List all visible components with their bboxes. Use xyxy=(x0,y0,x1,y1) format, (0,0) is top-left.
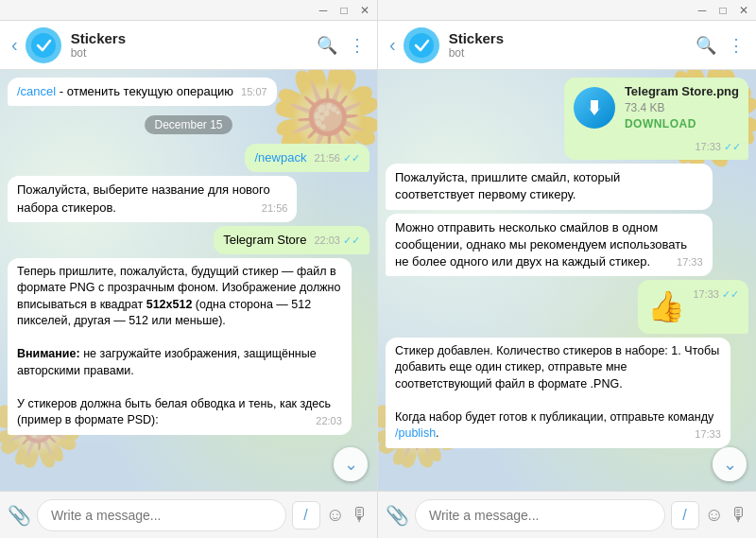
avatar-right xyxy=(404,27,439,63)
msg-choose-name-time: 21:56 xyxy=(262,201,288,216)
msg-tgstore-bubble: Telegram Store 22:03 ✓✓ xyxy=(214,226,369,254)
menu-icon-left[interactable]: ⋮ xyxy=(349,35,366,56)
msg-thumbsup: 👍 17:33 ✓✓ xyxy=(638,280,748,334)
msg-file: Telegram Store.png 73.4 KB DOWNLOAD 17:3… xyxy=(564,78,748,160)
msg-thumbsup-bubble: 👍 17:33 ✓✓ xyxy=(638,280,748,334)
msg-sticker-added-time: 17:33 xyxy=(695,427,721,442)
chat-name-right: Stickers xyxy=(449,30,696,46)
message-input-left[interactable] xyxy=(37,499,286,531)
input-bar-right: 📎 / ☺ 🎙 xyxy=(378,491,756,538)
message-input-right[interactable] xyxy=(415,499,665,531)
msg-choose-name-text: Пожалуйста, выберите название для нового… xyxy=(17,182,270,214)
scroll-down-right[interactable]: ⌄ xyxy=(713,447,747,481)
cmd-btn-right[interactable]: / xyxy=(671,501,699,529)
msg-sticker-added-bubble: Стикер добавлен. Количество стикеров в н… xyxy=(386,338,730,448)
msg-multi-emoji-bubble: Можно отправить несколько смайлов в одно… xyxy=(386,214,713,277)
mic-icon-right[interactable]: 🎙 xyxy=(730,504,748,526)
chat-header-right: ‹ Stickers bot 🔍 ⋮ xyxy=(378,21,756,70)
scroll-down-left[interactable]: ⌄ xyxy=(334,447,368,481)
close-btn-right[interactable]: ✕ xyxy=(737,4,750,17)
title-bar-left: ─ □ ✕ xyxy=(0,0,377,21)
svg-point-0 xyxy=(31,33,56,58)
close-btn-left[interactable]: ✕ xyxy=(358,4,371,17)
search-icon-right[interactable]: 🔍 xyxy=(696,35,716,56)
file-name: Telegram Store.png xyxy=(625,83,739,100)
file-size: 73.4 KB xyxy=(625,100,739,116)
file-download-icon[interactable] xyxy=(574,87,615,129)
msg-tgstore-time: 22:03 ✓✓ xyxy=(314,234,360,248)
msg-file-bubble: Telegram Store.png 73.4 KB DOWNLOAD 17:3… xyxy=(564,78,748,160)
input-bar-left: 📎 / ☺ 🎙 xyxy=(0,491,377,538)
msg-newpack: /newpack 21:56 ✓✓ xyxy=(245,144,369,172)
file-msg-content: Telegram Store.png 73.4 KB DOWNLOAD xyxy=(564,78,748,138)
msg-tgstore: Telegram Store 22:03 ✓✓ xyxy=(214,226,369,254)
msg-choose-name: Пожалуйста, выберите название для нового… xyxy=(8,176,297,221)
chat-info-left: Stickers bot xyxy=(71,30,317,60)
messages-left[interactable]: /cancel - отменить текущую операцию 15:0… xyxy=(0,70,377,491)
attach-icon-left[interactable]: 📎 xyxy=(8,504,31,527)
msg-cancel: /cancel - отменить текущую операцию 15:0… xyxy=(8,78,277,106)
date-divider-dec15: December 15 xyxy=(145,115,232,134)
messages-right[interactable]: Telegram Store.png 73.4 KB DOWNLOAD 17:3… xyxy=(378,70,756,491)
chat-info-right: Stickers bot xyxy=(449,30,696,60)
chat-header-left: ‹ Stickers bot 🔍 ⋮ xyxy=(0,21,377,70)
msg-cancel-bubble: /cancel - отменить текущую операцию 15:0… xyxy=(8,78,277,106)
sticker-icon-right[interactable]: ☺ xyxy=(705,504,724,526)
chat-body-left: /cancel - отменить текущую операцию 15:0… xyxy=(0,70,377,491)
msg-instructions-bubble: Теперь пришлите, пожалуйста, будущий сти… xyxy=(8,258,352,435)
msg-choose-name-bubble: Пожалуйста, выберите название для нового… xyxy=(8,176,297,221)
mic-icon-left[interactable]: 🎙 xyxy=(351,504,369,526)
msg-instructions-time: 22:03 xyxy=(316,414,342,428)
msg-file-time: 17:33 ✓✓ xyxy=(695,141,741,152)
minimize-btn-left[interactable]: ─ xyxy=(317,4,330,17)
msg-cancel-text: /cancel - отменить текущую операцию xyxy=(17,84,233,98)
svg-point-1 xyxy=(409,33,434,58)
msg-sticker-added-text: Стикер добавлен. Количество стикеров в н… xyxy=(395,344,719,441)
file-info: Telegram Store.png 73.4 KB DOWNLOAD xyxy=(625,83,739,132)
chat-status-right: bot xyxy=(449,46,696,60)
msg-multi-emoji-text: Можно отправить несколько смайлов в одно… xyxy=(395,220,687,269)
menu-icon-right[interactable]: ⋮ xyxy=(728,35,745,56)
msg-multi-emoji: Можно отправить несколько смайлов в одно… xyxy=(386,214,713,277)
msg-multi-emoji-time: 17:33 xyxy=(677,255,703,269)
maximize-btn-right[interactable]: □ xyxy=(716,4,730,17)
msg-send-emoji-bubble: Пожалуйста, пришлите смайл, который соот… xyxy=(386,164,713,209)
attach-icon-right[interactable]: 📎 xyxy=(386,504,409,527)
msg-cancel-time: 15:07 xyxy=(241,85,267,99)
msg-sticker-added: Стикер добавлен. Количество стикеров в н… xyxy=(386,338,730,448)
chat-body-right: Telegram Store.png 73.4 KB DOWNLOAD 17:3… xyxy=(378,70,756,491)
left-panel: ─ □ ✕ ‹ Stickers bot 🔍 ⋮ /cancel - отме xyxy=(0,0,378,538)
file-download-label[interactable]: DOWNLOAD xyxy=(625,116,739,132)
chat-name-left: Stickers xyxy=(71,30,317,46)
maximize-btn-left[interactable]: □ xyxy=(337,4,351,17)
sticker-icon-left[interactable]: ☺ xyxy=(326,504,345,526)
msg-tgstore-text: Telegram Store xyxy=(223,233,306,247)
back-button-left[interactable]: ‹ xyxy=(11,34,18,56)
back-button-right[interactable]: ‹ xyxy=(389,34,396,56)
right-panel: ─ □ ✕ ‹ Stickers bot 🔍 ⋮ xyxy=(378,0,756,538)
header-icons-left: 🔍 ⋮ xyxy=(317,35,366,56)
msg-newpack-text: /newpack xyxy=(254,150,306,165)
title-bar-right: ─ □ ✕ xyxy=(378,0,756,21)
svg-marker-2 xyxy=(588,100,601,115)
cmd-btn-left[interactable]: / xyxy=(292,501,320,529)
msg-thumbsup-time: 17:33 ✓✓ xyxy=(693,287,739,302)
msg-newpack-time: 21:56 ✓✓ xyxy=(314,151,360,165)
thumbsup-emoji: 👍 xyxy=(647,286,685,328)
minimize-btn-right[interactable]: ─ xyxy=(696,4,709,17)
header-icons-right: 🔍 ⋮ xyxy=(696,35,745,56)
search-icon-left[interactable]: 🔍 xyxy=(317,35,337,56)
msg-instructions: Теперь пришлите, пожалуйста, будущий сти… xyxy=(8,258,352,435)
msg-newpack-bubble: /newpack 21:56 ✓✓ xyxy=(245,144,369,172)
msg-send-emoji-text: Пожалуйста, пришлите смайл, который соот… xyxy=(395,170,620,201)
avatar-left xyxy=(26,27,61,63)
chat-status-left: bot xyxy=(71,46,317,60)
msg-send-emoji: Пожалуйста, пришлите смайл, который соот… xyxy=(386,164,713,209)
msg-instructions-text: Теперь пришлите, пожалуйста, будущий сти… xyxy=(17,265,340,427)
